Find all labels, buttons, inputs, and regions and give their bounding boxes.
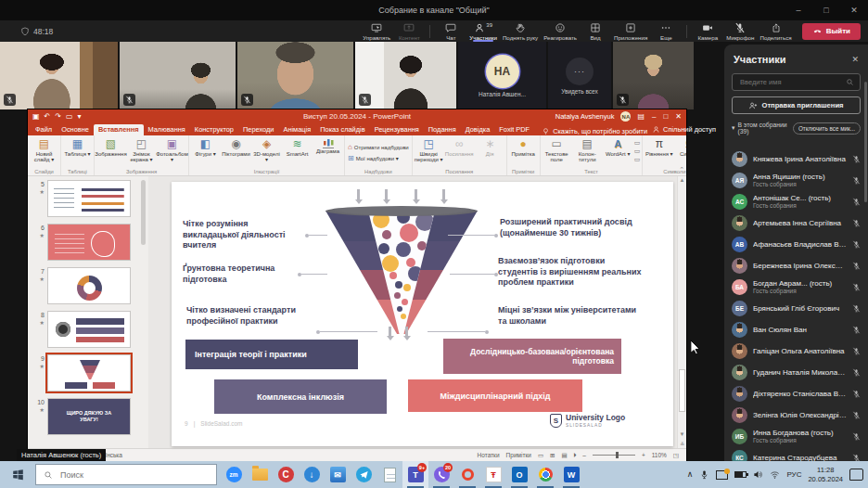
participant-row[interactable]: Зелінга Юлія Олександрівна — [724, 405, 868, 426]
ribbon-button[interactable]: ◳Швидкі переходи ▾ — [414, 136, 444, 163]
minimize-button[interactable]: – — [785, 0, 812, 20]
fit-slide-icon[interactable]: ◳ — [673, 452, 679, 459]
toolbar-mic-button[interactable]: Микрофон — [723, 20, 757, 42]
taskbar-red-app-icon[interactable]: Ŧ — [480, 461, 506, 488]
slide-thumbnail-6[interactable] — [47, 224, 131, 261]
tab-вставлення[interactable]: Вставлення — [94, 124, 144, 135]
slide-thumbnail-5[interactable] — [47, 180, 131, 217]
participant-row[interactable]: Ван Сюлян Ван — [724, 319, 868, 340]
panel-close-icon[interactable]: ✕ — [851, 55, 859, 64]
panel-scrollbar[interactable] — [864, 82, 867, 202]
toolbar-share-button[interactable]: Поделиться — [757, 20, 794, 42]
toolbar-camera-button[interactable]: Камера — [692, 20, 723, 42]
taskbar-notepad-icon[interactable] — [377, 461, 402, 488]
tab-анімація[interactable]: Анімація — [278, 124, 315, 135]
ppt-share-button[interactable]: Спільний доступ — [647, 125, 721, 135]
toolbar-view-button[interactable]: Вид — [580, 20, 611, 42]
view-normal-icon[interactable]: ▭ — [538, 452, 543, 459]
ribbon-button[interactable]: ▤Новий слайд ▾ — [29, 136, 59, 163]
ribbon-button[interactable]: AWordArt ▾ — [603, 136, 633, 157]
participant-row[interactable]: БАБогдан Аврам... (гость)Гость собрания — [724, 276, 868, 298]
tab-переходи[interactable]: Переходи — [238, 124, 278, 135]
ribbon-button[interactable]: ∗Дія — [475, 136, 505, 157]
network-icon[interactable] — [770, 469, 780, 480]
taskbar-mail-icon[interactable]: ✉ — [325, 461, 351, 488]
close-button[interactable]: ✕ — [840, 0, 868, 20]
ribbon-button[interactable]: ▭Текстове поле — [542, 136, 572, 163]
participant-row[interactable]: БЕБрянський Гліб Єгорович — [724, 298, 868, 319]
participant-row[interactable]: КСКатерина Стародубцева — [724, 447, 868, 461]
participant-row[interactable]: АВАфанасьєв Владислав Валерійо... — [724, 234, 868, 255]
participant-row[interactable]: ИБИнна Богданова (гость)Гость собрания — [724, 426, 868, 447]
minimize-button[interactable]: – — [652, 112, 656, 121]
ribbon-button[interactable]: Діаграма — [313, 136, 343, 154]
participant-row[interactable]: Гуданич Наталія Миколаївна — [724, 362, 868, 383]
taskbar-chrome-icon[interactable] — [532, 461, 558, 488]
tray-display-icon[interactable] — [716, 470, 728, 480]
save-icon[interactable]: ▣ — [32, 112, 40, 121]
taskbar-outlook-icon[interactable]: O — [506, 461, 532, 488]
taskbar-file-explorer-icon[interactable] — [247, 461, 273, 488]
slide-number-icon[interactable]: ▭ — [634, 148, 641, 155]
next-slide-icon[interactable]: ≚ — [678, 441, 686, 447]
participant-row[interactable]: Артемьева Інна Сергіївна — [724, 212, 868, 234]
caret-down-icon[interactable]: ▾ — [78, 112, 82, 121]
taskbar-telegram-icon[interactable] — [351, 461, 377, 488]
user-avatar[interactable]: NA — [620, 111, 631, 122]
ribbon-button[interactable]: ▧Зображення — [96, 136, 126, 157]
thumbnail-scrollbar[interactable] — [141, 180, 146, 245]
ribbon-button[interactable]: ◉Піктограми — [221, 136, 251, 157]
zoom-knob[interactable] — [616, 452, 619, 458]
ribbon-collapse-icon[interactable]: ⌃ — [679, 166, 684, 173]
action-center-icon[interactable] — [849, 469, 863, 481]
taskbar-zoom-app-icon[interactable]: zm — [221, 461, 247, 488]
participant-video-tile[interactable] — [613, 42, 694, 109]
slide-thumbnail-10[interactable]: ЩИРО ДЯКУЮ ЗА УВАГУ! — [47, 398, 131, 435]
close-button[interactable]: ✕ — [675, 112, 682, 121]
zoom-slider[interactable] — [593, 455, 635, 456]
tray-mic-icon[interactable] — [699, 469, 709, 480]
participant-row[interactable]: АЯАнна Яцишин (гость)Гость собрания — [724, 170, 868, 191]
object-icon[interactable]: ▭ — [634, 156, 641, 163]
chevron-down-icon[interactable]: ▾ — [732, 124, 734, 132]
toolbar-content-button[interactable]: Контент — [393, 20, 425, 42]
tab-подання[interactable]: Подання — [424, 124, 461, 135]
undo-icon[interactable]: ↶ — [45, 112, 51, 121]
ribbon-button[interactable]: ▦Таблиця ▾ — [62, 136, 93, 157]
ribbon-button[interactable]: ▤Колон- титули — [572, 136, 603, 163]
leave-button[interactable]: Выйти — [802, 23, 861, 40]
participant-row[interactable]: Княжева Ірина Анатоліївна — [724, 148, 868, 170]
view-reading-icon[interactable]: ▤ — [562, 452, 568, 459]
see-all-tile[interactable]: ···Увидеть всех — [548, 42, 611, 109]
mute-all-button[interactable]: Отключить все мик... — [793, 122, 861, 135]
tell-me-box[interactable]: Скажіть, що потрібно зробити — [542, 127, 647, 135]
tray-chevron-up-icon[interactable]: ∧ — [687, 470, 694, 479]
tab-малювання[interactable]: Малювання — [144, 124, 190, 135]
battery-icon[interactable] — [734, 471, 747, 478]
taskbar-orange-ring-app-icon[interactable] — [454, 461, 480, 488]
slide-thumbnail-9[interactable] — [47, 354, 131, 392]
tab-файл[interactable]: Файл — [31, 124, 57, 135]
ribbon-button[interactable]: ≋SmartArt — [282, 136, 313, 157]
slide-thumbnail-8[interactable] — [47, 311, 131, 348]
toolbar-participants-button[interactable]: 39Участники — [466, 20, 500, 42]
toolbar-raise-hand-button[interactable]: Поднять руку — [500, 20, 541, 42]
maximize-button[interactable]: □ — [812, 0, 840, 20]
toolbar-manage-button[interactable]: Управлять — [360, 20, 393, 42]
start-button[interactable] — [0, 461, 35, 488]
ribbon-button[interactable]: ⊞Мої надбудови ▾ — [348, 154, 399, 162]
send-invite-button[interactable]: Отправка приглашения — [732, 96, 861, 114]
participant-row[interactable]: Бережнева Ірина Олександрівна — [724, 255, 868, 276]
ribbon-button[interactable]: ⌂Отримати надбудови — [348, 143, 409, 151]
taskbar-word-icon[interactable]: W — [558, 461, 584, 488]
scroll-up-icon[interactable]: ▲ — [678, 177, 686, 183]
ribbon-button[interactable]: ◧Фігури ▾ — [190, 136, 221, 157]
taskbar-teams-icon[interactable]: T9+ — [402, 461, 428, 488]
scrollbar-thumb[interactable] — [679, 369, 685, 412]
tab-показ-слайдів[interactable]: Показ слайдів — [315, 124, 369, 135]
comments-button[interactable]: Примітки — [506, 452, 531, 458]
participant-video-tile[interactable] — [120, 42, 236, 109]
ribbon-button[interactable]: ●Примітка — [508, 136, 539, 157]
ribbon-button[interactable]: ◰Знімок екрана ▾ — [126, 136, 157, 163]
participant-video-tile[interactable] — [355, 42, 456, 109]
